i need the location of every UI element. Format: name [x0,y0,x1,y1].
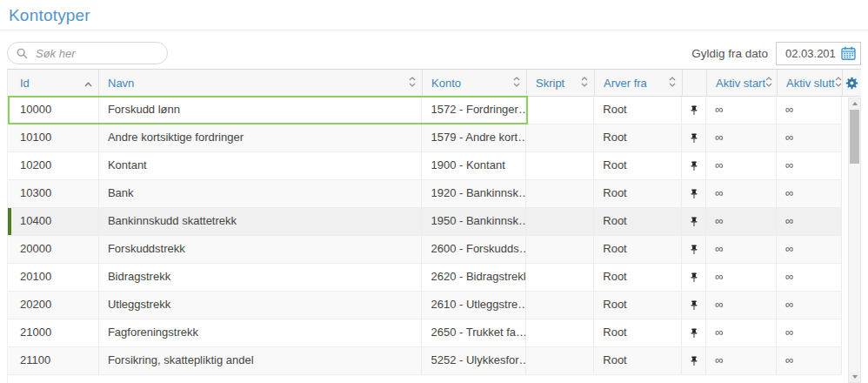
cell-navn: Bank [99,180,423,207]
valid-from-label: Gyldig fra dato [691,47,768,60]
cell-aktiv-start: ∞ [706,180,777,207]
cell-skript [526,152,594,179]
column-header-aktiv-start[interactable]: Aktiv start [707,70,778,96]
column-header-konto[interactable]: Konto [423,70,527,96]
table-row[interactable]: 20100 Bidragstrekk 2620 - Bidragstrekk R… [8,264,842,292]
cell-pin [682,180,706,207]
cell-navn: Forskudd lønn [99,97,423,124]
search-box[interactable] [7,42,168,64]
cell-id: 10000 [8,97,99,124]
cell-id: 10300 [8,180,99,207]
cell-aktiv-slutt: ∞ [777,124,842,151]
cell-aktiv-start: ∞ [706,236,777,263]
column-header-navn[interactable]: Navn [99,70,423,96]
cell-skript [526,97,594,124]
cell-arver-fra: Root [594,124,682,151]
cell-arver-fra: Root [594,292,682,319]
cell-pin [682,236,706,263]
cell-id: 10100 [8,124,99,151]
cell-pin [682,152,706,179]
cell-id: 10200 [8,152,99,179]
table-row[interactable]: 10300 Bank 1920 - Bankinnsk… Root ∞ ∞ [8,180,842,208]
cell-id: 20200 [8,292,99,319]
cell-navn: Utleggstrekk [99,292,423,319]
table-row-partial [7,375,842,383]
column-header-arver-fra[interactable]: Arver fra [595,70,683,96]
cell-navn: Andre kortsiktige fordringer [99,124,423,151]
cell-skript [526,319,594,346]
cell-navn: Bidragstrekk [99,264,423,291]
column-header-id[interactable]: Id [8,70,99,96]
cell-id: 21000 [8,319,99,346]
pushpin-icon [690,300,698,311]
scroll-down-button[interactable] [849,372,860,382]
table-row[interactable]: 10000 Forskudd lønn 1572 - Fordringer… R… [8,97,842,124]
pushpin-icon [690,105,698,116]
cell-konto: 2610 - Utleggstre… [422,292,526,319]
cell-navn: Kontant [99,152,423,179]
cell-konto: 1950 - Bankinnsk… [422,208,526,235]
cell-id: 21100 [8,347,99,374]
column-header-aktiv-slutt[interactable]: Aktiv slutt [778,70,843,96]
table-row[interactable]: 21000 Fagforeningstrekk 2650 - Trukket f… [8,319,842,347]
sort-icon [409,77,416,90]
pushpin-icon [690,272,698,283]
gear-icon [845,77,858,90]
cell-id: 10400 [8,208,99,235]
cell-arver-fra: Root [594,264,682,291]
search-icon [17,48,28,59]
table-header-row: Id Navn Konto Skript Arver fra Aktiv sta… [7,69,861,97]
cell-id: 20000 [8,236,99,263]
cell-aktiv-slutt: ∞ [777,152,842,179]
column-header-pin [683,70,707,96]
calendar-icon[interactable] [841,46,856,60]
cell-pin [682,124,706,151]
cell-konto: 1900 - Kontant [422,152,526,179]
page-header: Kontotyper [0,0,868,30]
valid-from-date-input[interactable] [784,46,838,61]
scroll-up-button[interactable] [849,98,860,109]
cell-aktiv-start: ∞ [706,319,777,346]
cell-skript [526,236,594,263]
table-row[interactable]: 10100 Andre kortsiktige fordringer 1579 … [8,124,842,152]
column-header-skript[interactable]: Skript [527,70,595,96]
pushpin-icon [690,356,698,366]
pushpin-icon [690,189,698,199]
toolbar: Gyldig fra dato [7,41,861,65]
sort-icon [835,77,842,90]
column-settings-button[interactable] [843,70,861,96]
account-types-table: Id Navn Konto Skript Arver fra Aktiv sta… [7,69,861,383]
cell-aktiv-slutt: ∞ [777,264,842,291]
cell-aktiv-start: ∞ [706,208,777,235]
vertical-scrollbar[interactable] [848,97,861,383]
table-row[interactable]: 20200 Utleggstrekk 2610 - Utleggstre… Ro… [8,292,842,319]
cell-aktiv-start: ∞ [706,264,777,291]
cell-navn: Forsikring, skattepliktig andel [99,347,423,374]
cell-konto: 2600 - Forskudds… [422,236,526,263]
sort-icon [581,77,588,90]
cell-aktiv-start: ∞ [706,347,777,374]
cell-aktiv-start: ∞ [706,97,777,124]
cell-pin [682,97,706,124]
valid-from-group: Gyldig fra dato [691,42,861,65]
cell-navn: Forskuddstrekk [99,236,423,263]
table-body: 10000 Forskudd lønn 1572 - Fordringer… R… [7,97,842,375]
table-row[interactable]: 20000 Forskuddstrekk 2600 - Forskudds… R… [8,236,842,264]
cell-konto: 5252 - Ulykkesfor… [422,347,526,374]
search-input[interactable] [34,46,192,61]
cell-skript [526,124,594,151]
cell-aktiv-slutt: ∞ [777,236,842,263]
sort-asc-icon [84,77,92,90]
table-row[interactable]: 10400 Bankinnskudd skattetrekk 1950 - Ba… [8,208,842,236]
cell-aktiv-slutt: ∞ [777,319,842,346]
pushpin-icon [690,328,698,339]
sort-icon [765,77,772,90]
pushpin-icon [690,161,698,171]
table-row[interactable]: 21100 Forsikring, skattepliktig andel 52… [8,347,842,375]
table-row[interactable]: 10200 Kontant 1900 - Kontant Root ∞ ∞ [8,152,842,180]
cell-arver-fra: Root [594,180,682,207]
scrollbar-thumb[interactable] [850,110,859,164]
cell-aktiv-start: ∞ [706,152,777,179]
cell-pin [682,208,706,235]
cell-skript [526,292,594,319]
